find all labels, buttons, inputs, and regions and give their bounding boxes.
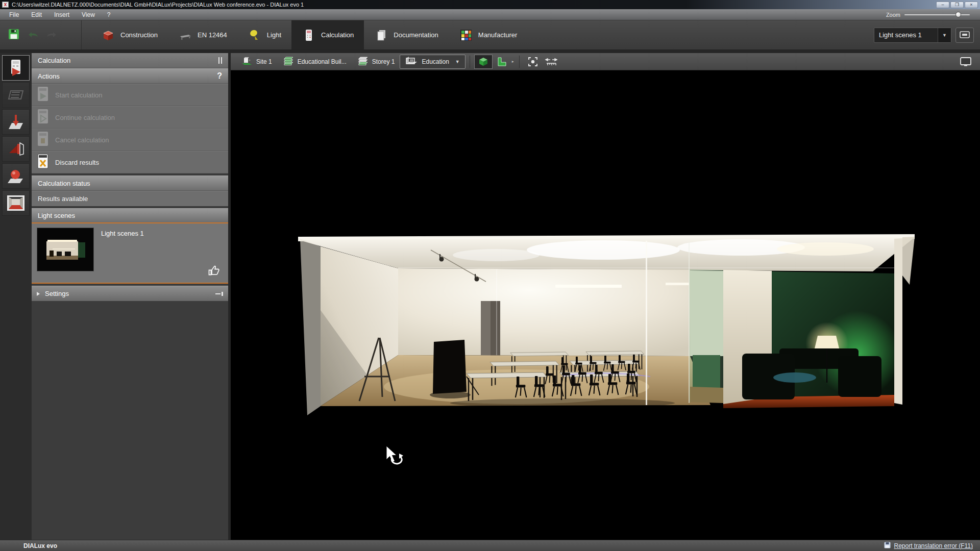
tab-en-12464[interactable]: EN 12464 [168, 20, 237, 49]
minimize-button[interactable]: – [936, 2, 949, 8]
help-icon[interactable]: ? [217, 71, 222, 81]
undo-icon[interactable] [27, 30, 39, 40]
manufacturer-grid-icon [459, 28, 473, 42]
tab-manufacturer[interactable]: Manufacturer [449, 20, 528, 49]
tab-label: EN 12464 [198, 31, 227, 39]
measure-button[interactable] [542, 55, 560, 69]
zoom-to-fit-button[interactable] [524, 55, 542, 69]
tab-calculation[interactable]: Calculation [291, 20, 364, 49]
calculation-device-icon [302, 28, 316, 42]
continue-calculation-icon [37, 109, 49, 126]
light-scene-item[interactable]: Light scenes 1 [32, 223, 228, 284]
en12464-desk-icon [178, 28, 192, 42]
room-view-tool[interactable] [2, 190, 30, 216]
redo-icon[interactable] [46, 30, 58, 40]
calculation-status-title: Calculation status [38, 180, 90, 187]
light-scenes-header: Light scenes [32, 208, 228, 223]
cancel-calculation-button[interactable]: Cancel calculation [32, 129, 228, 151]
3d-viewport[interactable] [231, 70, 980, 540]
action-label: Discard results [55, 159, 99, 166]
calculation-panel: Calculation Actions ? Start calculation … [32, 53, 228, 540]
view-options-arrow-icon[interactable]: ▸ [512, 59, 514, 64]
zoom-slider-knob[interactable] [955, 12, 961, 17]
chevron-down-icon: ▼ [455, 59, 460, 64]
menu-help[interactable]: ? [101, 9, 117, 20]
cancel-calculation-icon [37, 131, 49, 148]
report-floppy-icon [884, 541, 891, 550]
documentation-pages-icon [374, 28, 388, 42]
room-icon [405, 56, 418, 67]
tab-label: Light [267, 31, 281, 39]
grip-icon[interactable] [218, 57, 222, 64]
settings-section-toggle[interactable]: Settings [32, 286, 228, 301]
window-title: C:\Users\witzel.DIALNETZ.000\Documents\D… [12, 2, 304, 8]
building-icon [282, 56, 293, 67]
app-icon: x [2, 2, 9, 8]
actions-title: Actions [38, 72, 60, 80]
menu-view[interactable]: View [76, 9, 101, 20]
tab-light[interactable]: Light [237, 20, 291, 49]
menu-file[interactable]: File [3, 9, 25, 20]
panel-title: Calculation [38, 57, 70, 64]
panel-header: Calculation [32, 53, 228, 68]
calculation-surfaces-tool[interactable] [2, 82, 30, 108]
action-label: Continue calculation [55, 114, 115, 121]
discard-results-button[interactable]: Discard results [32, 151, 228, 173]
tab-construction[interactable]: Construction [91, 20, 168, 49]
light-scene-selector-value: Light scenes 1 [874, 31, 938, 39]
app-name: DIALux evo [23, 542, 57, 549]
statusbar: DIALux evo Report translation error (F11… [0, 540, 980, 551]
menu-insert[interactable]: Insert [48, 9, 76, 20]
start-calculation-button[interactable]: Start calculation [32, 84, 228, 106]
settings-title: Settings [45, 290, 69, 297]
titlebar: x C:\Users\witzel.DIALNETZ.000\Documents… [0, 0, 980, 9]
render-object-tool[interactable] [2, 163, 30, 189]
calculation-point-tool[interactable] [2, 109, 30, 135]
site-icon [241, 56, 252, 67]
render-3d-scene[interactable] [231, 70, 980, 540]
tab-label: Construction [120, 31, 158, 39]
menubar: File Edit Insert View ? Zoom [0, 9, 980, 20]
tab-label: Manufacturer [478, 31, 518, 39]
continue-calculation-button[interactable]: Continue calculation [32, 106, 228, 129]
report-translation-error-link[interactable]: Report translation error (F11) [894, 542, 973, 549]
3d-view-button[interactable] [474, 55, 493, 69]
start-calculation-icon [37, 86, 49, 104]
maximize-button[interactable]: ❐ [950, 2, 964, 8]
save-button[interactable] [8, 29, 19, 42]
tab-documentation[interactable]: Documentation [364, 20, 448, 49]
close-button[interactable]: × [965, 2, 978, 8]
breadcrumb-storey[interactable]: Storey 1 [352, 55, 400, 69]
thumbs-up-icon[interactable] [207, 263, 221, 279]
expand-arrow-icon [37, 292, 40, 296]
breadcrumb-building[interactable]: Educational Buil... [277, 55, 352, 69]
action-label: Start calculation [55, 91, 103, 99]
render-mode-button[interactable] [955, 28, 974, 43]
display-mode-button[interactable] [957, 55, 975, 69]
action-label: Cancel calculation [55, 136, 109, 144]
light-scene-thumbnail [37, 228, 94, 271]
breadcrumb-site[interactable]: Site 1 [236, 55, 277, 69]
tab-label: Documentation [394, 31, 438, 39]
light-scene-selector[interactable]: Light scenes 1 ▼ [874, 28, 951, 43]
zoom-label: Zoom [886, 12, 900, 18]
actions-section-header: Actions ? [32, 68, 228, 84]
storey-icon [357, 56, 368, 67]
tab-label: Calculation [321, 31, 354, 39]
light-lamp-icon [248, 28, 262, 42]
light-scene-label: Light scenes 1 [101, 228, 144, 278]
light-scenes-title: Light scenes [38, 212, 75, 219]
plan-view-button[interactable] [493, 55, 511, 69]
tool-rail [0, 53, 32, 540]
zoom-slider[interactable] [904, 14, 970, 15]
calculation-status-value: Results available [32, 191, 228, 206]
calculation-tool[interactable] [2, 55, 30, 81]
construction-cube-icon [101, 28, 115, 42]
light-distribution-tool[interactable] [2, 136, 30, 162]
pin-icon[interactable] [215, 292, 223, 296]
view-toolbar: Site 1 Educational Buil... Storey 1 [231, 53, 980, 70]
dropdown-arrow-icon[interactable]: ▼ [938, 28, 951, 42]
breadcrumb-space[interactable]: Education ▼ [400, 55, 465, 69]
menu-edit[interactable]: Edit [25, 9, 48, 20]
dialux-evo-window: x C:\Users\witzel.DIALNETZ.000\Documents… [0, 0, 980, 551]
